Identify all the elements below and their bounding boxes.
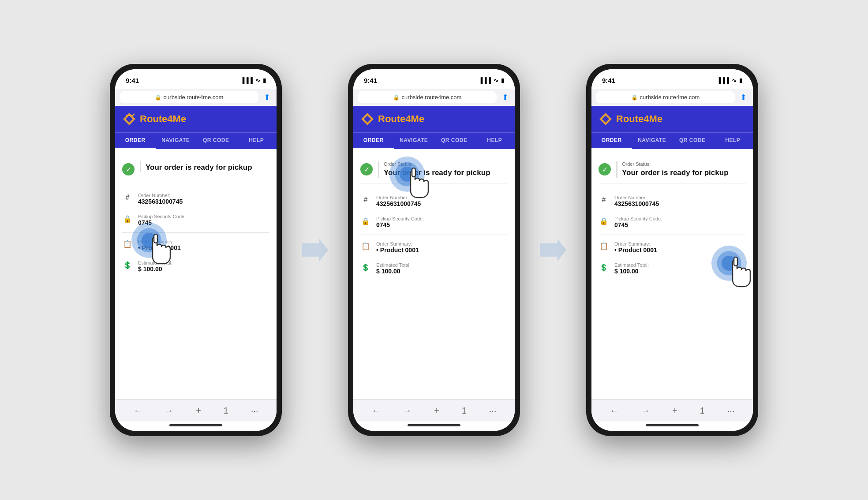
- tab-navigate-2[interactable]: NAVIGATE: [394, 133, 434, 149]
- lock-icon-1: 🔒: [155, 94, 161, 101]
- status-text-2: Order Status: Your order is ready for pi…: [378, 161, 508, 178]
- security-code-label-1: Pickup Security Code:: [138, 214, 269, 219]
- status-bar-2: 9:41 ▐▐▐ ∿ ▮: [353, 69, 515, 89]
- order-number-content-3: Order Number: 4325631000745: [614, 195, 746, 207]
- clipboard-icon-3: 📋: [599, 241, 609, 250]
- security-code-row-1: 🔒 Pickup Security Code: 0745: [122, 209, 269, 231]
- security-code-value-3: 0745: [614, 221, 746, 228]
- battery-icon-2: ▮: [501, 77, 504, 84]
- check-icon-3: ✓: [599, 163, 611, 175]
- url-bar-3[interactable]: 🔒 curbside.route4me.com: [596, 91, 735, 103]
- tab-count-button-2[interactable]: 1: [458, 404, 470, 418]
- arrow-svg-2: [538, 237, 569, 263]
- clipboard-icon-1: 📋: [122, 239, 133, 248]
- url-text-1: curbside.route4me.com: [164, 94, 224, 101]
- status-time-2: 9:41: [364, 77, 377, 84]
- status-main-2: Your order is ready for pickup: [384, 168, 508, 178]
- app-logo-text-1: Route4Me: [140, 113, 186, 125]
- status-time-1: 9:41: [126, 77, 139, 84]
- security-code-value-1: 0745: [138, 219, 269, 226]
- tab-order-3[interactable]: ORDER: [591, 133, 632, 149]
- status-icons-2: ▐▐▐ ∿ ▮: [479, 77, 504, 84]
- order-summary-row-3: 📋 Order Summary: • Product 0001: [599, 237, 746, 258]
- tab-navigate-1[interactable]: NAVIGATE: [156, 133, 196, 149]
- phone-frame-2: 9:41 ▐▐▐ ∿ ▮ 🔒 curbside.route4me.com ⬆ R…: [348, 64, 520, 436]
- estimated-total-value-3: $ 100.00: [614, 268, 746, 275]
- share-button-1[interactable]: ⬆: [262, 92, 272, 103]
- route4me-logo-icon-1: [122, 112, 136, 126]
- forward-button-3[interactable]: →: [637, 404, 653, 418]
- order-summary-label-1: Order Summary:: [138, 239, 269, 244]
- add-tab-button-1[interactable]: +: [192, 404, 205, 418]
- clipboard-icon-2: 📋: [360, 241, 371, 250]
- add-tab-button-2[interactable]: +: [430, 404, 443, 418]
- menu-button-3[interactable]: ···: [724, 404, 738, 418]
- tab-qrcode-3[interactable]: QR CODE: [672, 133, 713, 149]
- menu-button-1[interactable]: ···: [247, 404, 262, 418]
- divider-3: [599, 235, 746, 235]
- order-number-value-1: 4325631000745: [138, 198, 269, 205]
- tab-navigate-3[interactable]: NAVIGATE: [632, 133, 673, 149]
- back-button-2[interactable]: ←: [368, 404, 384, 418]
- estimated-total-label-3: Estimated Total:: [614, 262, 746, 268]
- status-main-3: Your order is ready for pickup: [622, 168, 746, 178]
- order-summary-row-2: 📋 Order Summary: • Product 0001: [360, 237, 508, 258]
- order-number-row-1: # Order Number: 4325631000745: [122, 188, 269, 209]
- tab-count-button-3[interactable]: 1: [696, 404, 708, 418]
- add-tab-button-3[interactable]: +: [669, 404, 681, 418]
- tab-order-2[interactable]: ORDER: [353, 133, 394, 149]
- status-bar-1: 9:41 ▐▐▐ ∿ ▮: [115, 69, 277, 89]
- order-number-row-3: # Order Number: 4325631000745: [599, 190, 746, 212]
- forward-button-2[interactable]: →: [399, 404, 415, 418]
- estimated-total-content-2: Estimated Total: $ 100.00: [376, 262, 508, 275]
- order-summary-item-3: • Product 0001: [614, 246, 746, 254]
- order-summary-item-1: • Product 0001: [138, 244, 269, 251]
- status-label-3: Order Status:: [622, 161, 746, 167]
- phone-frame-1: 9:41 ▐▐▐ ∿ ▮ 🔒 curbside.route4me.com ⬆: [110, 64, 282, 436]
- hash-icon-2: #: [360, 195, 371, 204]
- divider-2: [360, 235, 508, 235]
- dollar-icon-2: 💲: [360, 262, 371, 272]
- home-bar-3: [646, 424, 699, 426]
- security-code-label-3: Pickup Security Code:: [614, 216, 746, 221]
- tab-qrcode-1[interactable]: QR CODE: [196, 133, 236, 149]
- back-button-3[interactable]: ←: [606, 404, 622, 418]
- content-area-1: ✓ Your order is ready for pickup # Order…: [115, 149, 277, 399]
- forward-button-1[interactable]: →: [161, 404, 177, 418]
- estimated-total-value-2: $ 100.00: [376, 268, 508, 275]
- menu-button-2[interactable]: ···: [486, 404, 500, 418]
- svg-marker-5: [302, 239, 328, 261]
- estimated-total-row-1: 💲 Estimated Total: $ 100.00: [122, 256, 269, 277]
- order-summary-row-1: 📋 Order Summary: • Product 0001: [122, 235, 269, 256]
- security-code-value-2: 0745: [376, 221, 508, 228]
- tab-order-1[interactable]: ORDER: [115, 133, 156, 149]
- order-summary-content-3: Order Summary: • Product 0001: [614, 241, 746, 254]
- browser-bottom-3: ← → + 1 ···: [591, 399, 753, 422]
- url-bar-2[interactable]: 🔒 curbside.route4me.com: [358, 91, 497, 103]
- browser-chrome-2: 🔒 curbside.route4me.com ⬆: [353, 89, 515, 106]
- url-text-2: curbside.route4me.com: [402, 94, 462, 101]
- order-number-value-3: 4325631000745: [614, 200, 746, 207]
- order-status-section-2: ✓ Order Status: Your order is ready for …: [360, 156, 508, 183]
- url-text-3: curbside.route4me.com: [640, 94, 700, 101]
- url-bar-1[interactable]: 🔒 curbside.route4me.com: [120, 91, 258, 103]
- browser-bottom-1: ← → + 1 ···: [115, 399, 277, 422]
- tab-help-2[interactable]: HELP: [475, 133, 515, 149]
- app-logo-text-2: Route4Me: [378, 113, 424, 125]
- browser-chrome-3: 🔒 curbside.route4me.com ⬆: [591, 89, 753, 106]
- tab-count-button-1[interactable]: 1: [220, 404, 232, 418]
- lock-icon-3: 🔒: [631, 94, 638, 101]
- tab-help-3[interactable]: HELP: [713, 133, 753, 149]
- order-number-label-1: Order Number:: [138, 193, 269, 198]
- back-button-1[interactable]: ←: [130, 404, 146, 418]
- tab-help-1[interactable]: HELP: [236, 133, 277, 149]
- tab-qrcode-2[interactable]: QR CODE: [434, 133, 475, 149]
- security-code-content-3: Pickup Security Code: 0745: [614, 216, 746, 228]
- share-button-2[interactable]: ⬆: [500, 92, 510, 103]
- estimated-total-content-1: Estimated Total: $ 100.00: [138, 260, 269, 272]
- share-button-3[interactable]: ⬆: [738, 92, 748, 103]
- status-time-3: 9:41: [602, 77, 615, 84]
- dollar-icon-1: 💲: [122, 260, 133, 269]
- home-bar-2: [408, 424, 460, 426]
- order-summary-content-2: Order Summary: • Product 0001: [376, 241, 508, 254]
